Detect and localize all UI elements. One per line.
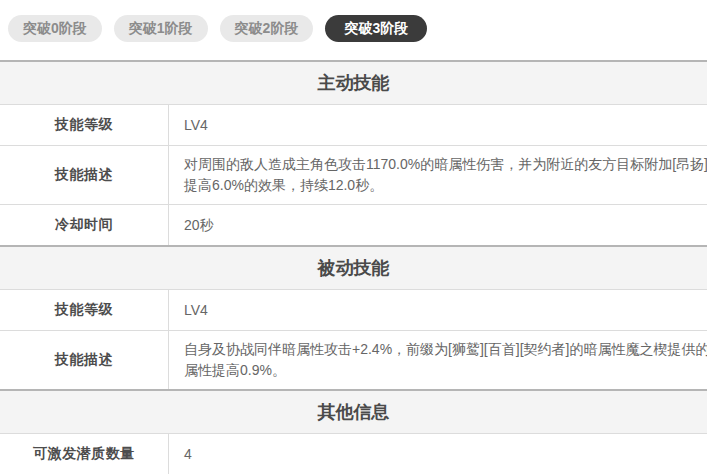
section-other-info: 其他信息可激发潜质数量4 [0, 389, 707, 474]
tab-breakthrough-3[interactable]: 突破3阶段 [325, 15, 427, 42]
row-label: 技能描述 [0, 146, 169, 204]
section-active-skill: 主动技能技能等级LV4技能描述对周围的敌人造成主角色攻击1170.0%的暗属性伤… [0, 60, 707, 245]
table-row: 可激发潜质数量4 [0, 434, 707, 474]
row-value: LV4 [169, 105, 707, 145]
section-title-other-info: 其他信息 [0, 391, 707, 434]
row-label: 可激发潜质数量 [0, 434, 169, 474]
breakthrough-stage-tabs: 突破0阶段突破1阶段突破2阶段突破3阶段 [0, 0, 707, 42]
row-value: 对周围的敌人造成主角色攻击1170.0%的暗属性伤害，并为附近的友方目标附加[昂… [169, 146, 707, 204]
tab-breakthrough-1[interactable]: 突破1阶段 [114, 15, 208, 42]
tab-breakthrough-2[interactable]: 突破2阶段 [220, 15, 314, 42]
row-value: 自身及协战同伴暗属性攻击+2.4%，前缀为[狮鹫][百首][契约者]的暗属性魔之… [169, 331, 707, 389]
table-row: 技能等级LV4 [0, 290, 707, 330]
row-label: 冷却时间 [0, 205, 169, 245]
tab-breakthrough-0[interactable]: 突破0阶段 [8, 15, 102, 42]
row-value: 20秒 [169, 205, 707, 245]
table-row: 技能等级LV4 [0, 105, 707, 145]
row-label: 技能描述 [0, 331, 169, 389]
skill-info-page: 突破0阶段突破1阶段突破2阶段突破3阶段 主动技能技能等级LV4技能描述对周围的… [0, 0, 707, 474]
table-row: 技能描述对周围的敌人造成主角色攻击1170.0%的暗属性伤害，并为附近的友方目标… [0, 145, 707, 204]
row-label: 技能等级 [0, 105, 169, 145]
section-title-passive-skill: 被动技能 [0, 247, 707, 290]
table-row: 技能描述自身及协战同伴暗属性攻击+2.4%，前缀为[狮鹫][百首][契约者]的暗… [0, 330, 707, 389]
skill-tables: 主动技能技能等级LV4技能描述对周围的敌人造成主角色攻击1170.0%的暗属性伤… [0, 60, 707, 474]
row-value: LV4 [169, 290, 707, 330]
row-value: 4 [169, 434, 707, 474]
table-row: 冷却时间20秒 [0, 204, 707, 245]
section-title-active-skill: 主动技能 [0, 62, 707, 105]
section-passive-skill: 被动技能技能等级LV4技能描述自身及协战同伴暗属性攻击+2.4%，前缀为[狮鹫]… [0, 245, 707, 389]
row-label: 技能等级 [0, 290, 169, 330]
